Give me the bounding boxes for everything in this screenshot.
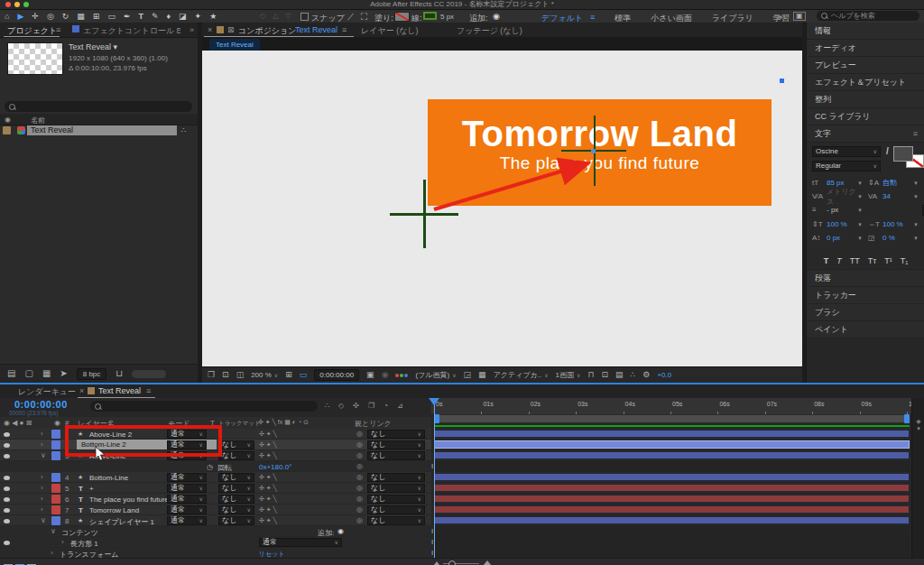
tab-footage[interactable]: フッテージ (なし) — [457, 25, 522, 37]
playhead-marker[interactable] — [429, 398, 439, 405]
multi-view-icon[interactable]: ❐ — [208, 371, 215, 379]
roto-brush-tool-icon[interactable]: ✦ — [195, 12, 202, 21]
timeline-track-row[interactable]: I — [434, 537, 910, 548]
interpret-footage-icon[interactable]: ▤ — [7, 369, 15, 378]
hand-tool-icon[interactable]: ✛ — [32, 12, 39, 21]
layer-switches[interactable]: ✣ ✦ ╲ — [259, 496, 277, 503]
add-icon[interactable]: ◉ — [493, 12, 500, 21]
layer-expand-chevron[interactable]: › — [41, 473, 43, 481]
ruler-icon[interactable]: ▤ — [615, 371, 624, 379]
pan-behind-tool-icon[interactable]: ⊞ — [93, 12, 100, 21]
section-CC ライブラリ[interactable]: CC ライブラリ — [807, 108, 924, 125]
layer-switches[interactable]: ✣ ✦ ╲ — [259, 452, 277, 459]
timeline-track-row[interactable]: I — [434, 526, 910, 537]
tab-timeline-comp[interactable]: Text Reveal — [98, 386, 141, 395]
eyedropper-icon[interactable]: / — [886, 146, 889, 156]
layer-parent-dropdown[interactable]: なし∨ — [367, 516, 425, 525]
panel-overflow-icon[interactable]: » — [189, 25, 194, 34]
type-style-button-1[interactable]: T — [836, 256, 842, 265]
show-snapshot-icon[interactable]: ◉ — [382, 371, 389, 379]
timeline-track-row[interactable] — [434, 483, 910, 494]
playhead-line[interactable] — [434, 398, 435, 558]
layer-name[interactable]: Tomorrow Land — [89, 506, 139, 514]
brush-tool-icon[interactable]: ✎ — [152, 12, 159, 21]
layer-switches[interactable]: ✣ ✦ ╲ — [259, 506, 277, 514]
parent-column-header[interactable]: 親とリンク — [355, 419, 392, 429]
new-composition-icon[interactable]: ▦ — [42, 369, 51, 378]
layer-switches[interactable]: ✣ ✦ ╲ — [259, 431, 277, 438]
current-timecode[interactable]: 0:00:00:00 — [14, 399, 68, 410]
layer-switches[interactable]: ✣ ✦ ╲ — [259, 485, 277, 492]
layer-parent-dropdown[interactable]: なし∨ — [367, 495, 425, 504]
layer-trkmat-dropdown[interactable]: なし∨ — [218, 451, 254, 460]
layer-duration-bar[interactable] — [434, 516, 910, 524]
layer-row-6[interactable]: ›6TThe place you find future通常∨なし∨✣ ✦ ╲◎… — [0, 494, 431, 505]
rotation-tool-icon[interactable]: ↻ — [62, 12, 69, 21]
type-style-button-0[interactable]: T — [824, 256, 829, 265]
layer-label-chip[interactable] — [51, 440, 60, 449]
region-of-interest-icon[interactable]: ◲ — [464, 371, 472, 379]
layer-switches[interactable]: ✣ ✦ ╲ — [259, 474, 277, 481]
comp-button-icon[interactable]: ▾ — [912, 425, 924, 432]
mask-visibility-icon[interactable]: ▭ — [300, 371, 308, 379]
section-character[interactable]: 文字≡ — [807, 125, 924, 143]
layer-mode-dropdown[interactable]: 通常∨ — [167, 516, 207, 525]
layer-mode-dropdown[interactable]: 通常∨ — [167, 473, 207, 482]
layer-mode-dropdown[interactable]: 通常∨ — [167, 505, 207, 514]
magnification-icon[interactable]: ◫ — [236, 371, 245, 379]
draft-3d-icon[interactable]: ◇ — [338, 402, 344, 410]
vertical-scale-value[interactable]: 100 % — [827, 220, 857, 228]
layer-mode-dropdown[interactable]: 通常∨ — [167, 495, 207, 504]
section-段落[interactable]: 段落 — [807, 270, 924, 287]
layer-row-4[interactable]: ›4★Bottom-Line通常∨なし∨✣ ✦ ╲◎なし∨ — [0, 472, 431, 483]
layer-trkmat-dropdown[interactable]: なし∨ — [218, 440, 254, 449]
composition-canvas[interactable]: Tomorrow Land The place you find future — [202, 51, 802, 366]
layer-parent-dropdown[interactable]: なし∨ — [367, 505, 425, 514]
show-channel-icon[interactable] — [395, 374, 408, 377]
layer-expand-chevron[interactable]: › — [41, 484, 43, 492]
layer-duration-bar[interactable] — [434, 440, 910, 449]
layer-row-8[interactable]: ∨8★シェイプレイヤー 1通常∨なし∨✣ ✦ ╲◎なし∨ — [0, 515, 431, 526]
timeline-track-row[interactable]: I — [434, 461, 910, 472]
timeline-tab-menu-icon[interactable]: ≡ — [146, 386, 151, 395]
text-color-swatches[interactable] — [893, 146, 924, 168]
pixel-aspect-icon[interactable]: ⊡ — [602, 371, 609, 379]
layer-visibility-eye-icon[interactable] — [4, 432, 10, 437]
layer-duration-bar[interactable] — [434, 430, 910, 438]
unified-camera-tool-icon[interactable]: ▦ — [77, 12, 85, 21]
stroke-color-swatch[interactable] — [423, 12, 437, 20]
layer-switches[interactable]: ✣ ✦ ╲ — [259, 441, 277, 449]
layer-duration-bar[interactable] — [434, 484, 910, 492]
section-ペイント[interactable]: ペイント — [807, 321, 924, 338]
layer-parent-dropdown[interactable]: なし∨ — [367, 440, 425, 449]
item-label-chip[interactable] — [3, 126, 11, 134]
layer-switches[interactable]: ✣ ✦ ╲ — [259, 517, 277, 524]
fast-previews-icon[interactable]: ⚙ — [642, 371, 650, 379]
horizontal-scale-value[interactable]: 100 % — [882, 220, 913, 228]
parent-pickwhip-icon[interactable]: ◎ — [356, 516, 363, 524]
type-tool-icon[interactable]: T — [138, 12, 143, 21]
parent-pickwhip-icon[interactable]: ◎ — [356, 495, 363, 503]
layer-visibility-eye-icon[interactable] — [4, 519, 10, 523]
layer-parent-dropdown[interactable]: なし∨ — [367, 484, 425, 493]
layer-visibility-eye-icon[interactable] — [4, 508, 10, 513]
close-tab-icon[interactable]: × — [79, 386, 84, 395]
property-row-rotation[interactable]: ◷回転0x+180.0°◎ — [0, 461, 431, 472]
label-column-icon[interactable]: ◉ — [5, 116, 11, 124]
hide-shy-layers-icon[interactable]: ✣ — [353, 402, 359, 410]
project-item-name[interactable]: Text Reveal — [27, 125, 177, 135]
parent-pickwhip-icon[interactable]: ◎ — [356, 462, 363, 470]
zoom-tool-icon[interactable]: ◎ — [47, 12, 54, 21]
parent-pickwhip-icon[interactable]: ◎ — [356, 473, 363, 481]
exposure-value[interactable]: +0.0 — [657, 371, 671, 379]
new-folder-icon[interactable]: ▢ — [24, 369, 32, 378]
project-settings-icon[interactable]: ➤ — [60, 369, 67, 378]
frame-blending-icon[interactable]: ❐ — [368, 402, 374, 410]
layer-label-chip[interactable] — [51, 484, 60, 493]
layer-label-chip[interactable] — [51, 495, 60, 504]
resolution-dropdown[interactable]: (フル画質)∨ — [415, 370, 456, 380]
mini-flowchart-icon[interactable]: ∴ — [631, 371, 636, 379]
motion-blur-icon[interactable]: ◔ — [383, 402, 388, 410]
tab-layer[interactable]: レイヤー (なし) — [361, 25, 419, 37]
type-style-button-4[interactable]: T¹ — [884, 256, 892, 265]
